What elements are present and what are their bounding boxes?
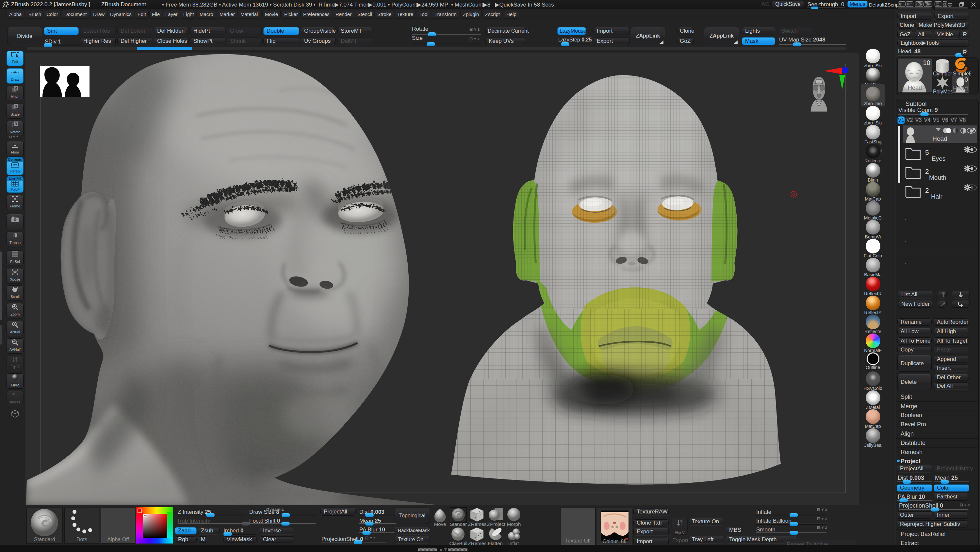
svg-text:1: 1 [13,323,15,326]
svg-text:M: M [14,87,17,91]
svg-text:R: R [15,122,18,126]
svg-text:S: S [15,105,17,108]
svg-text:½: ½ [13,340,16,344]
